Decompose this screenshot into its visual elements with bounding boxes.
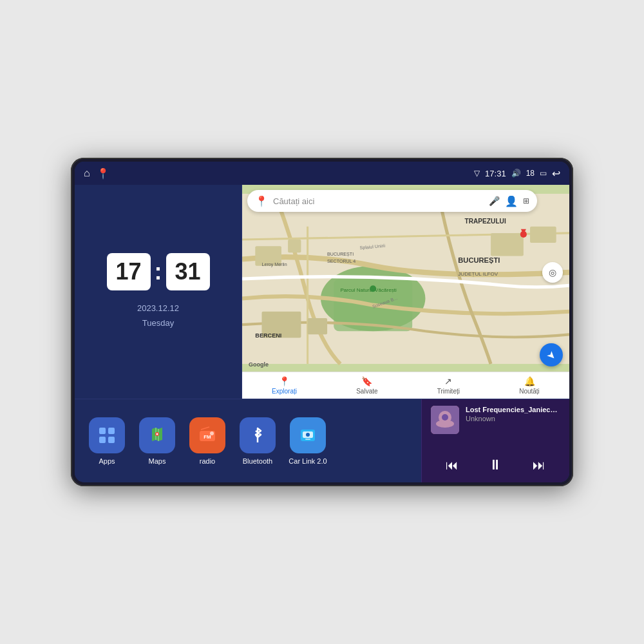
clock-panel: 17 : 31 2023.12.12 Tuesday (75, 185, 242, 399)
location-icon: ◎ (549, 267, 556, 278)
bluetooth-icon (240, 417, 276, 453)
status-right: ▽ 17:31 🔊 18 ▭ ↩ (474, 167, 560, 180)
status-left: ⌂ 📍 (84, 167, 109, 180)
news-icon: 🔔 (524, 376, 535, 386)
back-icon[interactable]: ↩ (552, 167, 560, 180)
home-icon[interactable]: ⌂ (84, 167, 90, 179)
status-time: 17:31 (485, 169, 506, 178)
svg-point-39 (442, 414, 448, 421)
app-item-radio[interactable]: FM radio (188, 417, 227, 465)
media-controls: ⏮ ⏸ ⏭ (431, 454, 560, 476)
media-top: Lost Frequencies_Janieck Devy-... Unknow… (431, 406, 560, 434)
media-prev-button[interactable]: ⏮ (440, 455, 464, 475)
radio-label: radio (200, 457, 215, 465)
app-item-maps[interactable]: Maps (138, 417, 176, 465)
map-bottom-nav: 📍 Explorați 🔖 Salvate ↗ Trimiteți 🔔 (242, 372, 569, 399)
device-frame: ⌂ 📍 ▽ 17:31 🔊 18 ▭ ↩ 17 : (71, 158, 573, 486)
radio-icon: FM (189, 417, 225, 453)
mic-icon[interactable]: 🎤 (489, 196, 500, 206)
svg-text:JUDEȚUL ILFOV: JUDEȚUL ILFOV (458, 271, 498, 277)
map-search-right: 🎤 👤 ⊞ (489, 195, 529, 207)
svg-rect-34 (305, 439, 310, 440)
map-nav-news[interactable]: 🔔 Noutăți (519, 376, 540, 395)
clock-minutes: 31 (166, 253, 210, 290)
maps-shortcut-icon[interactable]: 📍 (97, 167, 109, 180)
signal-icon: ▽ (474, 169, 480, 178)
media-artist: Unknown (466, 415, 560, 422)
clock-hours: 17 (107, 253, 151, 290)
map-search-text: Căutați aici (273, 196, 314, 206)
media-player: Lost Frequencies_Janieck Devy-... Unknow… (421, 399, 569, 482)
account-icon[interactable]: 👤 (505, 195, 518, 207)
send-label: Trimiteți (437, 388, 460, 395)
media-info: Lost Frequencies_Janieck Devy-... Unknow… (466, 406, 560, 422)
map-nav-explore[interactable]: 📍 Explorați (272, 376, 297, 395)
grid-icon[interactable]: ⊞ (523, 196, 529, 205)
carlink-label: Car Link 2.0 (289, 457, 327, 465)
svg-rect-4 (288, 240, 301, 252)
svg-rect-6 (530, 227, 556, 243)
svg-line-31 (201, 427, 209, 430)
apps-row: Apps Maps (75, 399, 421, 482)
map-nav-send[interactable]: ↗ Trimiteți (437, 376, 460, 395)
app-item-bluetooth[interactable]: Bluetooth (238, 417, 277, 465)
battery-icon: ▭ (540, 169, 547, 178)
svg-rect-8 (308, 318, 327, 334)
svg-text:FM: FM (204, 434, 211, 440)
screen: ⌂ 📍 ▽ 17:31 🔊 18 ▭ ↩ 17 : (75, 162, 569, 482)
carlink-icon (290, 417, 326, 453)
map-pin-icon: 📍 (255, 195, 268, 207)
apps-label: Apps (99, 457, 115, 465)
svg-rect-23 (108, 428, 115, 434)
map-background: TRAPEZULUI BUCUREȘTI JUDEȚUL ILFOV BERCE… (242, 185, 569, 373)
apps-icon (89, 417, 125, 453)
clock-date: 2023.12.12 Tuesday (137, 301, 179, 331)
main-content: 17 : 31 2023.12.12 Tuesday (75, 185, 569, 482)
svg-text:SECTORUL 4: SECTORUL 4 (327, 259, 355, 264)
explore-icon: 📍 (279, 376, 290, 386)
svg-point-30 (210, 431, 214, 435)
svg-text:Parcul Natural Văcărești: Parcul Natural Văcărești (340, 287, 397, 293)
svg-text:Leroy Merlin: Leroy Merlin (261, 262, 287, 267)
google-logo: Google (249, 361, 269, 368)
svg-point-38 (436, 420, 454, 428)
svg-text:BUCUREȘTI: BUCUREȘTI (327, 252, 354, 257)
map-panel[interactable]: TRAPEZULUI BUCUREȘTI JUDEȚUL ILFOV BERCE… (242, 185, 569, 399)
status-bar: ⌂ 📍 ▽ 17:31 🔊 18 ▭ ↩ (75, 162, 569, 185)
navigate-icon: ➤ (544, 348, 559, 363)
svg-point-35 (306, 433, 310, 437)
svg-rect-5 (491, 233, 524, 256)
saved-icon: 🔖 (361, 376, 372, 386)
news-label: Noutăți (519, 388, 540, 395)
svg-point-21 (370, 285, 376, 292)
svg-text:BUCUREȘTI: BUCUREȘTI (458, 256, 500, 264)
media-next-button[interactable]: ⏭ (527, 455, 551, 475)
battery-level: 18 (526, 169, 535, 178)
svg-text:TRAPEZULUI: TRAPEZULUI (464, 218, 506, 225)
svg-rect-22 (99, 428, 106, 434)
maps-label: Maps (149, 457, 166, 465)
saved-label: Salvate (356, 388, 377, 395)
svg-rect-25 (108, 437, 115, 443)
media-play-button[interactable]: ⏸ (483, 454, 507, 476)
media-thumbnail (431, 406, 459, 434)
top-section: 17 : 31 2023.12.12 Tuesday (75, 185, 569, 399)
map-location-button[interactable]: ◎ (542, 262, 563, 283)
explore-label: Explorați (272, 388, 297, 395)
svg-rect-24 (99, 437, 106, 443)
map-nav-saved[interactable]: 🔖 Salvate (356, 376, 377, 395)
app-item-carlink[interactable]: Car Link 2.0 (289, 417, 327, 465)
map-navigate-button[interactable]: ➤ (540, 343, 563, 366)
clock-colon: : (155, 258, 162, 285)
volume-icon: 🔊 (511, 169, 521, 178)
clock-display: 17 : 31 (107, 253, 210, 290)
maps-icon (139, 417, 175, 453)
bluetooth-label: Bluetooth (243, 457, 272, 465)
map-search-bar[interactable]: 📍 Căutați aici 🎤 👤 ⊞ (247, 190, 537, 212)
send-icon: ↗ (444, 376, 452, 386)
media-title: Lost Frequencies_Janieck Devy-... (466, 406, 560, 413)
bottom-section: Apps Maps (75, 399, 569, 482)
svg-point-27 (156, 433, 158, 435)
app-item-apps[interactable]: Apps (88, 417, 126, 465)
svg-text:BERCENI: BERCENI (255, 332, 281, 339)
